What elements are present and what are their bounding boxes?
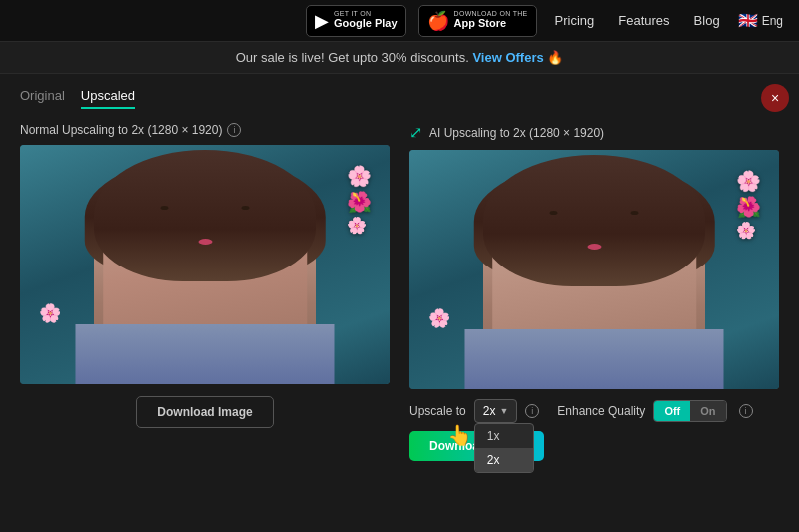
enhance-info-button[interactable]: i <box>739 404 753 418</box>
google-play-badge[interactable]: ▶ GET IT ON Google Play <box>306 5 406 37</box>
app-store-small: Download on the <box>454 10 528 17</box>
view-offers-link[interactable]: View Offers <box>472 50 543 65</box>
ai-upscale-panel: ⤢ AI Upscaling to 2x (1280 × 1920) <box>409 123 779 461</box>
google-play-big: Google Play <box>334 17 398 30</box>
close-button[interactable]: × <box>761 84 789 112</box>
language-selector[interactable]: 🇬🇧 Eng <box>738 11 783 30</box>
upscale-value: 2x <box>483 404 496 418</box>
ai-flowers-right: 🌸 🌺 🌸 <box>736 169 761 240</box>
google-play-icon: ▶ <box>315 10 329 32</box>
sale-banner: Our sale is live! Get upto 30% discounts… <box>0 42 799 74</box>
enhance-quality-label: Enhance Quality <box>557 404 645 418</box>
upscale-label: Upscale to <box>409 404 466 418</box>
flower-2: 🌺 <box>347 190 372 214</box>
flag-icon: 🇬🇧 <box>738 11 758 30</box>
ai-portrait: 🌸 🌺 🌸 🌸 <box>409 150 779 389</box>
nav-blog[interactable]: Blog <box>688 9 726 32</box>
tab-original[interactable]: Original <box>20 88 65 109</box>
sale-fire-icon: 🔥 <box>547 50 563 65</box>
nav-features[interactable]: Features <box>612 9 675 32</box>
normal-image-container: 🌸 🌺 🌸 🌸 <box>20 145 390 384</box>
ai-panel-title: ⤢ AI Upscaling to 2x (1280 × 1920) <box>409 123 779 142</box>
main-content: × Original Upscaled Normal Upscaling to … <box>0 74 799 475</box>
upscale-dropdown: 1x 2x <box>474 423 534 473</box>
normal-info-icon[interactable]: i <box>227 123 241 137</box>
app-store-icon: 🍎 <box>427 10 449 32</box>
flower-left-1: 🌸 <box>39 303 61 323</box>
left-download-section: Download Image <box>20 396 390 428</box>
ai-flowers-left: 🌸 <box>428 307 450 329</box>
header: ▶ GET IT ON Google Play 🍎 Download on th… <box>0 0 799 42</box>
app-store-big: App Store <box>454 17 528 30</box>
sale-text: Our sale is live! Get upto 30% discounts… <box>236 50 469 65</box>
google-play-small: GET IT ON <box>334 10 398 17</box>
normal-portrait: 🌸 🌺 🌸 🌸 <box>20 145 390 384</box>
app-store-badge[interactable]: 🍎 Download on the App Store <box>418 5 537 37</box>
ai-image-container: 🌸 🌺 🌸 🌸 <box>409 150 779 389</box>
app-store-text: Download on the App Store <box>454 10 528 30</box>
ai-upscale-icon: ⤢ <box>409 123 422 142</box>
normal-panel-title: Normal Upscaling to 2x (1280 × 1920) i <box>20 123 390 137</box>
right-controls: Upscale to 2x ▼ 1x 2x i Enhance Quality <box>409 399 779 423</box>
google-play-text: GET IT ON Google Play <box>334 10 398 30</box>
option-1x[interactable]: 1x <box>475 424 533 448</box>
upscale-select-wrapper: 2x ▼ 1x 2x <box>474 399 518 423</box>
flowers-decoration-left: 🌸 <box>39 302 61 324</box>
left-download-button[interactable]: Download Image <box>136 396 273 428</box>
comparison-area: Normal Upscaling to 2x (1280 × 1920) i <box>20 123 779 461</box>
flower-1: 🌸 <box>347 164 372 188</box>
upscale-info-button[interactable]: i <box>525 404 539 418</box>
nav-pricing[interactable]: Pricing <box>549 9 601 32</box>
right-download-section: Download Image <box>409 431 779 461</box>
normal-title-text: Normal Upscaling to 2x (1280 × 1920) <box>20 123 222 137</box>
flowers-decoration-right: 🌸 🌺 🌸 <box>347 164 372 235</box>
option-2x[interactable]: 2x <box>475 448 533 472</box>
lang-label: Eng <box>762 14 783 28</box>
flower-3: 🌸 <box>347 216 372 235</box>
toggle-on-button[interactable]: On <box>690 401 725 421</box>
tabs-container: Original Upscaled <box>20 88 779 109</box>
upscale-dropdown-arrow: ▼ <box>499 406 508 416</box>
normal-upscale-panel: Normal Upscaling to 2x (1280 × 1920) i <box>20 123 390 461</box>
upscale-select-trigger[interactable]: 2x ▼ <box>474 399 518 423</box>
enhance-toggle: Off On <box>653 400 726 422</box>
tab-upscaled[interactable]: Upscaled <box>81 88 135 109</box>
ai-title-text: AI Upscaling to 2x (1280 × 1920) <box>429 126 604 140</box>
toggle-off-button[interactable]: Off <box>654 401 690 421</box>
